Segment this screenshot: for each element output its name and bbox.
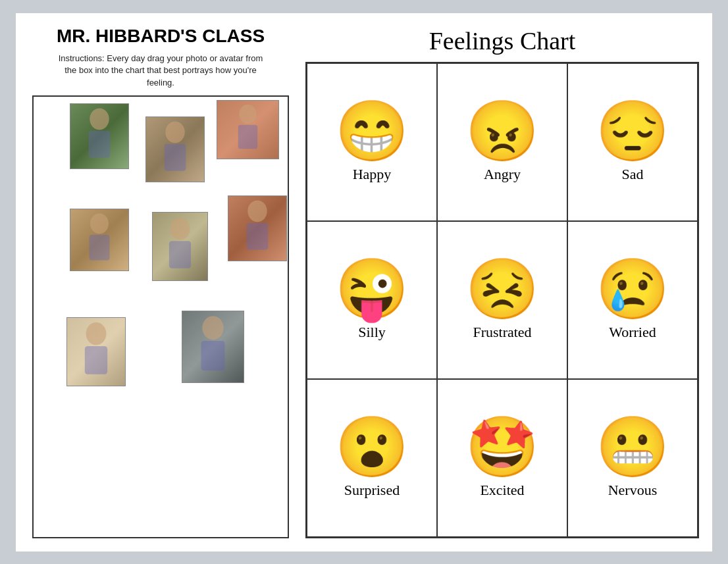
student-photo-1[interactable]: [70, 103, 129, 169]
svg-point-13: [86, 322, 107, 345]
svg-point-9: [170, 218, 190, 240]
feeling-label-silly: Silly: [358, 324, 386, 341]
left-panel: MR. HIBBARD'S CLASS Instructions: Every …: [29, 26, 292, 538]
feeling-label-surprised: Surprised: [344, 482, 400, 499]
svg-rect-0: [89, 131, 111, 158]
feeling-label-worried: Worried: [609, 324, 656, 341]
student-photo-7[interactable]: [66, 317, 126, 386]
feeling-cell-worried[interactable]: 😢Worried: [567, 221, 698, 379]
feeling-label-happy: Happy: [353, 166, 392, 183]
svg-rect-12: [85, 346, 107, 374]
svg-rect-14: [201, 341, 225, 371]
svg-rect-6: [90, 235, 110, 261]
svg-rect-4: [238, 125, 257, 149]
feeling-emoji-worried: 😢: [596, 259, 669, 319]
svg-point-11: [247, 200, 267, 222]
instructions-text: Instructions: Every day drag your photo …: [55, 53, 266, 89]
right-panel: Feelings Chart 😁Happy😠Angry😔Sad😜Silly😣Fr…: [305, 26, 699, 538]
feelings-grid: 😁Happy😠Angry😔Sad😜Silly😣Frustrated😢Worrie…: [305, 62, 699, 538]
svg-point-1: [90, 108, 109, 130]
students-box: [32, 95, 289, 538]
svg-point-5: [239, 105, 256, 124]
feeling-emoji-sad: 😔: [596, 101, 669, 161]
svg-rect-2: [165, 144, 186, 171]
feeling-emoji-surprised: 😮: [335, 417, 409, 476]
feeling-label-nervous: Nervous: [608, 482, 658, 499]
feeling-emoji-nervous: 😬: [596, 417, 669, 476]
feeling-cell-silly[interactable]: 😜Silly: [307, 221, 437, 379]
feeling-emoji-silly: 😜: [335, 259, 409, 319]
feeling-cell-happy[interactable]: 😁Happy: [307, 63, 437, 221]
feeling-cell-frustrated[interactable]: 😣Frustrated: [437, 221, 567, 379]
student-photo-4[interactable]: [70, 209, 129, 271]
feelings-title: Feelings Chart: [429, 26, 576, 55]
feeling-emoji-frustrated: 😣: [465, 259, 539, 319]
student-photo-8[interactable]: [182, 311, 244, 383]
class-title: MR. HIBBARD'S CLASS: [57, 26, 265, 47]
student-photo-3[interactable]: [217, 100, 279, 159]
feeling-cell-angry[interactable]: 😠Angry: [437, 63, 567, 221]
svg-point-3: [165, 121, 184, 143]
feeling-label-frustrated: Frustrated: [473, 324, 531, 341]
feeling-emoji-angry: 😠: [465, 101, 539, 161]
svg-rect-8: [169, 241, 191, 269]
feeling-cell-nervous[interactable]: 😬Nervous: [567, 379, 698, 537]
student-photo-2[interactable]: [145, 116, 205, 182]
student-photo-6[interactable]: [228, 195, 287, 261]
feeling-cell-sad[interactable]: 😔Sad: [567, 63, 698, 221]
feeling-cell-excited[interactable]: 🤩Excited: [437, 379, 567, 537]
svg-rect-10: [247, 223, 269, 250]
feeling-emoji-excited: 🤩: [465, 417, 539, 476]
feeling-label-angry: Angry: [484, 166, 521, 183]
student-photo-5[interactable]: [152, 212, 208, 281]
feeling-label-excited: Excited: [480, 482, 524, 499]
svg-point-15: [202, 316, 223, 340]
feeling-cell-surprised[interactable]: 😮Surprised: [307, 379, 437, 537]
svg-point-7: [90, 213, 109, 234]
feeling-label-sad: Sad: [622, 166, 644, 183]
feeling-emoji-happy: 😁: [335, 101, 409, 161]
